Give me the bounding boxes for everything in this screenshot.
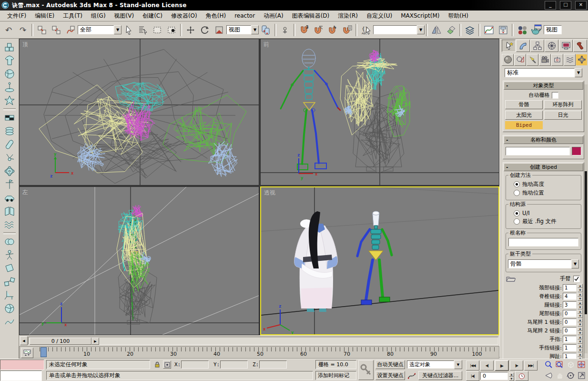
spinner-field[interactable]: 0 <box>563 310 577 317</box>
move-button[interactable] <box>183 23 198 37</box>
z-coord-field[interactable] <box>259 360 287 369</box>
spinner-field[interactable]: 1 <box>563 284 577 291</box>
viewport-front[interactable]: 前 <box>260 39 499 185</box>
radio-ui[interactable]: U/I <box>514 210 579 216</box>
menu-maxscript[interactable]: MAXScript(M) <box>396 11 444 20</box>
default-tangent-button[interactable] <box>407 371 416 380</box>
rollout-create-biped-header[interactable]: - 创建 Biped <box>504 163 583 171</box>
daylight-button[interactable]: 日光 <box>544 111 582 120</box>
spinner-snap-button[interactable] <box>340 23 354 37</box>
zoom-extents-all-button[interactable] <box>576 360 587 369</box>
root-name-field[interactable] <box>508 238 578 247</box>
select-link-button[interactable] <box>35 23 49 37</box>
menu-create[interactable]: 创建(C) <box>138 11 167 21</box>
radio-drag-position[interactable]: 拖动位置 <box>514 189 579 196</box>
ring-array-button[interactable]: 环形阵列 <box>544 100 582 109</box>
current-frame-field[interactable]: 0 <box>480 372 508 380</box>
rollout-object-type-header[interactable]: - 对象类型 <box>504 82 583 90</box>
reactor-capsule-icon[interactable] <box>3 138 16 151</box>
tab-modify[interactable] <box>516 40 530 52</box>
body-type-dropdown[interactable]: 骨骼 ▼ <box>508 259 579 269</box>
rect-region-button[interactable] <box>150 23 164 37</box>
maxscript-mini-listener-pink[interactable] <box>0 360 44 370</box>
reactor-wheel-icon[interactable] <box>3 302 16 315</box>
maximize-button[interactable]: □ <box>560 1 571 10</box>
reactor-cloth-icon[interactable] <box>3 54 16 67</box>
menu-group[interactable]: 组(G) <box>87 11 110 21</box>
set-key-big-button[interactable] <box>358 360 374 380</box>
undo-button[interactable]: ↶ <box>1 23 16 37</box>
category-helpers[interactable] <box>551 54 563 66</box>
menu-views[interactable]: 视图(V) <box>110 11 139 21</box>
mini-curve-editor-button[interactable] <box>21 348 33 358</box>
autogrid-checkbox[interactable] <box>552 92 558 99</box>
next-frame-arrow[interactable]: ▶ <box>91 338 99 345</box>
spinner-arrows[interactable]: ▲▼ <box>578 344 583 351</box>
y-coord-field[interactable] <box>220 360 248 369</box>
chevron-down-icon[interactable]: ▼ <box>114 25 122 34</box>
set-key-button[interactable]: 设置关键点 <box>375 371 405 380</box>
key-mode-toggle[interactable]: |◀| <box>466 371 479 381</box>
object-name-field[interactable] <box>506 147 570 155</box>
object-category-dropdown[interactable]: 标准 ▼ <box>505 68 582 78</box>
zoom-extents-button[interactable] <box>565 360 576 369</box>
reactor-soft-body-icon[interactable] <box>3 67 16 81</box>
chevron-down-icon[interactable]: ▼ <box>575 68 582 77</box>
reactor-ragdoll-icon[interactable] <box>3 248 16 262</box>
prev-frame-arrow[interactable]: ◀ <box>20 336 28 345</box>
go-to-start-button[interactable]: |◀◀ <box>466 360 479 371</box>
time-slider-track[interactable]: 0 / 100 ▶ <box>28 337 498 345</box>
absolute-offset-toggle[interactable] <box>163 360 171 369</box>
spinner-arrows[interactable]: ▲▼ <box>578 335 583 343</box>
schematic-view-button[interactable] <box>496 23 510 37</box>
key-filters-button[interactable]: 关键点过滤器... <box>418 371 462 380</box>
category-shapes[interactable] <box>514 54 526 66</box>
ref-coord-dropdown[interactable]: 视图 ▼ <box>226 25 259 35</box>
minimize-button[interactable]: _ <box>545 1 556 10</box>
spinner-arrows[interactable]: ▲▼ <box>578 318 583 326</box>
chevron-down-icon[interactable]: ▼ <box>251 25 259 34</box>
snap-3d-button[interactable]: 3 <box>297 23 311 37</box>
reactor-rope-icon[interactable] <box>3 315 16 329</box>
spinner-arrows[interactable]: ▲▼ <box>578 284 583 291</box>
tab-hierarchy[interactable] <box>530 40 544 52</box>
viewport-perspective[interactable]: 透视 <box>260 186 499 335</box>
reactor-gear-icon[interactable] <box>3 165 16 178</box>
category-cameras[interactable] <box>539 54 551 66</box>
tab-display[interactable] <box>559 40 573 52</box>
reactor-knot-icon[interactable] <box>3 235 16 248</box>
rotate-button[interactable] <box>198 23 212 37</box>
menu-edit[interactable]: 编辑(E) <box>30 11 59 21</box>
radio-drag-height[interactable]: 拖动高度 <box>514 181 579 188</box>
next-frame-button[interactable]: |▶ <box>510 360 523 371</box>
layer-manager-button[interactable] <box>463 23 477 37</box>
spinner-field[interactable]: 0 <box>563 319 577 326</box>
reactor-water-pin-icon[interactable] <box>3 81 16 94</box>
time-slider-handle[interactable]: 0 / 100 <box>30 338 91 345</box>
reactor-spring-icon[interactable] <box>3 124 16 138</box>
category-lights[interactable] <box>527 54 538 66</box>
reactor-prop-icon[interactable] <box>3 288 16 302</box>
reactor-fracture-icon[interactable] <box>3 205 16 218</box>
chevron-down-icon[interactable]: ▼ <box>571 259 579 268</box>
reactor-toy-car-icon[interactable] <box>3 191 16 205</box>
tab-create[interactable] <box>502 40 516 52</box>
sunlight-button[interactable]: 太阳光 <box>505 111 543 120</box>
key-selection-dropdown[interactable]: 选定对象 ▼ <box>407 360 462 369</box>
arms-checkbox[interactable] <box>573 276 580 282</box>
reactor-rigid-bodies-icon[interactable] <box>3 41 16 54</box>
tab-motion[interactable] <box>545 40 558 52</box>
selection-lock-button[interactable] <box>153 360 161 369</box>
bind-spacewarp-button[interactable] <box>63 23 78 37</box>
track-bar[interactable]: 0 10 20 30 40 50 60 70 80 90 100 <box>19 346 499 359</box>
reactor-wind-vane-icon[interactable] <box>3 178 16 191</box>
named-sets-button[interactable]: {}ABC <box>359 23 373 37</box>
spinner-arrows[interactable]: ▲▼ <box>578 327 583 334</box>
arc-rotate-button[interactable] <box>565 371 576 380</box>
bones-button[interactable]: 骨骼 <box>505 100 543 109</box>
chevron-down-icon[interactable]: ▼ <box>417 25 425 34</box>
zoom-button[interactable] <box>543 360 554 369</box>
scale-button[interactable] <box>212 23 226 37</box>
select-by-name-button[interactable] <box>136 23 150 37</box>
reactor-water-waves-icon[interactable] <box>3 218 16 231</box>
